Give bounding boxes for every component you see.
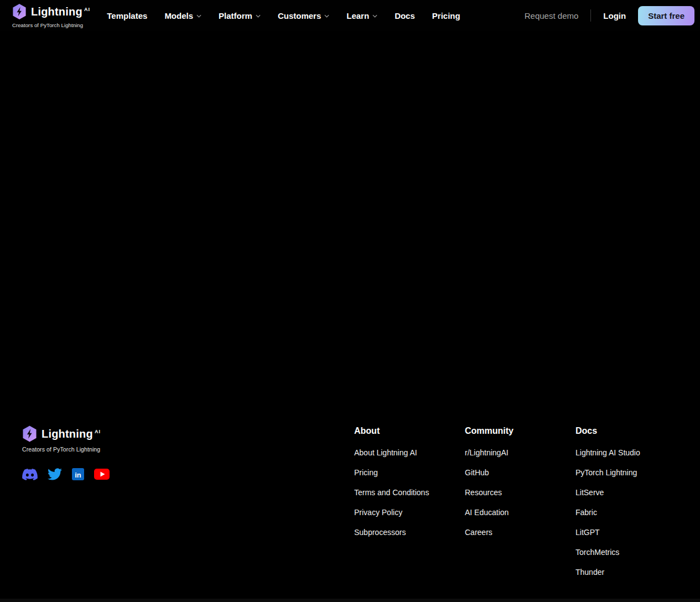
- list-item: About Lightning AI: [354, 448, 465, 457]
- list-item: TorchMetrics: [575, 547, 686, 557]
- footer-column-title: Docs: [575, 426, 686, 436]
- youtube-icon[interactable]: [94, 469, 110, 480]
- footer-column-docs: Docs Lightning AI Studio PyTorch Lightni…: [575, 426, 686, 587]
- brand-name: LightningAI: [42, 428, 101, 439]
- list-item: Thunder: [575, 567, 686, 577]
- footer-link-litserve[interactable]: LitServe: [575, 488, 604, 497]
- list-item: LitServe: [575, 487, 686, 497]
- footer-link-terms-and-conditions[interactable]: Terms and Conditions: [354, 488, 429, 497]
- nav-item-templates[interactable]: Templates: [107, 11, 147, 20]
- footer-link-list: r/LightningAI GitHub Resources AI Educat…: [465, 448, 575, 537]
- social-links: in: [22, 467, 110, 481]
- brand-name: LightningAI: [31, 6, 90, 17]
- footer-column-title: Community: [465, 426, 575, 436]
- page-bottom-strip: [0, 599, 700, 602]
- empty-content-area: [0, 31, 700, 418]
- header-actions: Request demo Login Start free: [525, 6, 694, 25]
- footer-link-thunder[interactable]: Thunder: [575, 568, 604, 577]
- footer: LightningAI Creators of PyTorch Lightnin…: [0, 418, 700, 602]
- list-item: Subprocessors: [354, 527, 465, 537]
- brand-ai-superscript: AI: [95, 429, 101, 434]
- footer-column-title: About: [354, 426, 465, 436]
- footer-link-ai-education[interactable]: AI Education: [465, 508, 509, 517]
- footer-brand-row[interactable]: LightningAI: [22, 425, 110, 443]
- footer-link-careers[interactable]: Careers: [465, 528, 492, 537]
- list-item: Fabric: [575, 507, 686, 517]
- list-item: Resources: [465, 487, 575, 497]
- chevron-down-icon: [324, 14, 329, 18]
- footer-link-resources[interactable]: Resources: [465, 488, 502, 497]
- list-item: AI Education: [465, 507, 575, 517]
- list-item: Pricing: [354, 468, 465, 477]
- chevron-down-icon: [196, 14, 201, 18]
- footer-link-torchmetrics[interactable]: TorchMetrics: [575, 548, 619, 557]
- header-divider: [590, 9, 591, 22]
- header-brand[interactable]: LightningAI Creators of PyTorch Lightnin…: [12, 3, 90, 28]
- footer-link-r-lightningai[interactable]: r/LightningAI: [465, 448, 509, 457]
- brand-ai-superscript: AI: [84, 7, 90, 12]
- footer-link-fabric[interactable]: Fabric: [575, 508, 597, 517]
- brand-row: LightningAI: [12, 3, 90, 20]
- list-item: LitGPT: [575, 527, 686, 537]
- footer-link-list: About Lightning AI Pricing Terms and Con…: [354, 448, 465, 537]
- lightning-logo-icon: [12, 3, 27, 20]
- nav-item-models[interactable]: Models: [164, 11, 201, 20]
- list-item: Lightning AI Studio: [575, 448, 686, 457]
- nav-item-docs[interactable]: Docs: [395, 11, 415, 20]
- footer-link-lightning-ai-studio[interactable]: Lightning AI Studio: [575, 448, 640, 457]
- lightning-logo-icon: [22, 425, 37, 443]
- chevron-down-icon: [256, 14, 261, 18]
- list-item: Careers: [465, 527, 575, 537]
- list-item: PyTorch Lightning: [575, 468, 686, 477]
- discord-icon[interactable]: [22, 469, 38, 480]
- login-link[interactable]: Login: [603, 11, 626, 20]
- request-demo-link[interactable]: Request demo: [525, 11, 579, 20]
- footer-link-list: Lightning AI Studio PyTorch Lightning Li…: [575, 448, 686, 577]
- nav-item-platform[interactable]: Platform: [219, 11, 261, 20]
- footer-link-pricing[interactable]: Pricing: [354, 468, 378, 477]
- list-item: r/LightningAI: [465, 448, 575, 457]
- chevron-down-icon: [372, 14, 377, 18]
- footer-link-subprocessors[interactable]: Subprocessors: [354, 528, 406, 537]
- linkedin-icon[interactable]: in: [72, 468, 84, 480]
- footer-brand: LightningAI Creators of PyTorch Lightnin…: [22, 425, 110, 481]
- start-free-button[interactable]: Start free: [638, 6, 694, 25]
- nav-item-pricing[interactable]: Pricing: [432, 11, 460, 20]
- brand-tagline: Creators of PyTorch Lightning: [12, 22, 90, 28]
- footer-column-about: About About Lightning AI Pricing Terms a…: [354, 426, 465, 547]
- footer-link-litgpt[interactable]: LitGPT: [575, 528, 600, 537]
- footer-link-about-lightning-ai[interactable]: About Lightning AI: [354, 448, 417, 457]
- footer-link-github[interactable]: GitHub: [465, 468, 489, 477]
- svg-text:in: in: [75, 471, 81, 479]
- twitter-icon[interactable]: [48, 467, 62, 481]
- main-nav: Templates Models Platform Customers Lear…: [107, 11, 460, 20]
- footer-link-pytorch-lightning[interactable]: PyTorch Lightning: [575, 468, 637, 477]
- header: LightningAI Creators of PyTorch Lightnin…: [0, 0, 700, 31]
- nav-item-customers[interactable]: Customers: [278, 11, 329, 20]
- footer-link-privacy-policy[interactable]: Privacy Policy: [354, 508, 402, 517]
- list-item: GitHub: [465, 468, 575, 477]
- nav-item-learn[interactable]: Learn: [346, 11, 377, 20]
- page: LightningAI Creators of PyTorch Lightnin…: [0, 0, 700, 602]
- brand-tagline: Creators of PyTorch Lightning: [22, 446, 110, 453]
- list-item: Terms and Conditions: [354, 487, 465, 497]
- list-item: Privacy Policy: [354, 507, 465, 517]
- footer-column-community: Community r/LightningAI GitHub Resources…: [465, 426, 575, 547]
